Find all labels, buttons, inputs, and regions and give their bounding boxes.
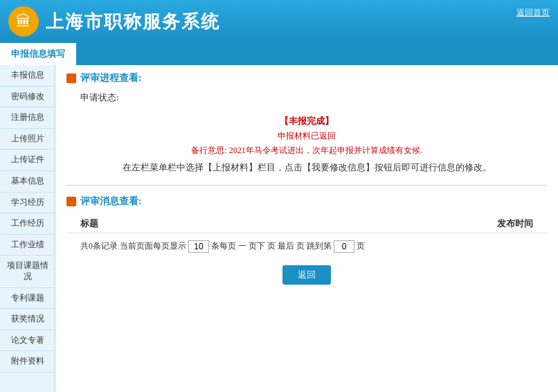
pagination-suffix: 页	[357, 240, 365, 252]
sidebar-item-xuexijingli[interactable]: 学习经历	[0, 193, 55, 214]
return-button[interactable]: 返回	[282, 265, 331, 285]
section-divider	[66, 185, 547, 186]
status-row: 申请状态:	[80, 91, 547, 104]
app-logo: 🏛	[8, 6, 39, 37]
sidebar-item-gongzuojingli[interactable]: 工作经历	[0, 213, 55, 235]
page-size-input[interactable]	[188, 240, 209, 253]
pagination-row: 共0条记录 当前页面每页显示 条每页 一 页下 页 最后 页 跳到第 页	[66, 236, 547, 257]
section1-title: 评审进程查看:	[66, 72, 547, 84]
sidebar-item-xiangmuketi[interactable]: 项目课题情况	[0, 256, 55, 287]
status-sub: 申报材料已返回	[66, 130, 547, 142]
sidebar-item-zhuanliketi[interactable]: 专利课题	[0, 288, 55, 310]
section2-title: 评审消息查看:	[66, 195, 547, 208]
home-link[interactable]: 返回首页	[516, 7, 550, 19]
main-layout: 丰报信息 密码修改 注册信息 上传照片 上传证件 基本信息 学习经历 工作经历 …	[0, 65, 558, 392]
pagination-middle: 条每页 一 页下 页 最后 页 跳到第	[211, 240, 332, 252]
nav-item-shenbaoxinxi[interactable]: 申报信息填写	[0, 43, 77, 65]
sidebar-item-shangchuanzhaopian[interactable]: 上传照片	[0, 129, 55, 150]
sidebar-item-jibenxinxi[interactable]: 基本信息	[0, 171, 55, 193]
sidebar-item-lunwenzhuanzhu[interactable]: 论文专著	[0, 330, 55, 352]
page-num-input[interactable]	[334, 240, 354, 253]
status-main: 【丰报完成】	[66, 115, 547, 127]
sidebar-item-gongzuoyeji[interactable]: 工作业绩	[0, 235, 55, 256]
main-message: 在左栏菜单栏中选择【上报材料】栏目，点击【我要修改信息】按钮后即可进行信息的修改…	[66, 161, 547, 175]
sidebar-item-huojiangqingkuang[interactable]: 获奖情况	[0, 309, 55, 330]
table-header: 标题 发布时间	[66, 215, 547, 233]
notice-text: 备行意思: 2021年马令考试进出，次年起申报并计算成绩有女候.	[66, 145, 547, 157]
sidebar-item-shangchuanzhenjian[interactable]: 上传证件	[0, 150, 55, 171]
status-label: 申请状态:	[80, 91, 119, 104]
logo-icon: 🏛	[16, 12, 31, 30]
table-col2: 发布时间	[497, 217, 533, 230]
sidebar-item-fengbaoxinxi[interactable]: 丰报信息	[0, 65, 55, 87]
main-content: 评审进程查看: 申请状态: 【丰报完成】 申报材料已返回 备行意思: 2021年…	[55, 65, 558, 392]
app-header: 🏛 上海市职称服务系统 返回首页	[0, 0, 558, 43]
sidebar: 丰报信息 密码修改 注册信息 上传照片 上传证件 基本信息 学习经历 工作经历 …	[0, 65, 55, 392]
table-col1: 标题	[80, 217, 98, 230]
app-title: 上海市职称服务系统	[46, 10, 220, 34]
pagination-prefix: 共0条记录 当前页面每页显示	[80, 240, 186, 252]
sidebar-item-fujianziliao[interactable]: 附件资料	[0, 351, 55, 373]
sidebar-item-mimaxiugai[interactable]: 密码修改	[0, 87, 55, 108]
nav-bar: 申报信息填写	[0, 43, 558, 65]
sidebar-item-zhucexinxi[interactable]: 注册信息	[0, 107, 55, 129]
